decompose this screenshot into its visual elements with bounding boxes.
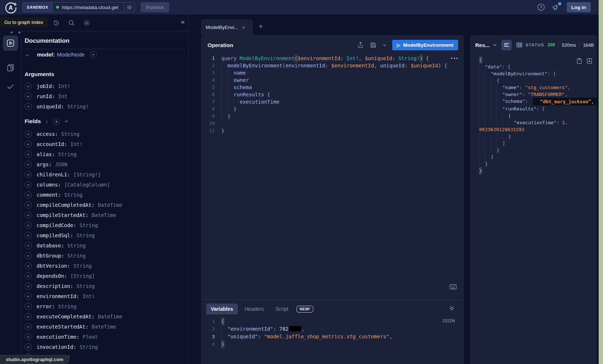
code-line[interactable]: 4} bbox=[201, 340, 464, 348]
variables-tab[interactable]: Variables bbox=[206, 304, 238, 314]
announcements-button[interactable] bbox=[552, 4, 560, 11]
code-line[interactable]: "executionTime": 1. bbox=[479, 119, 597, 126]
code-line[interactable]: 1query ModelByEnvironment($environmentId… bbox=[201, 55, 464, 62]
field-type[interactable]: String bbox=[67, 243, 86, 248]
response-json[interactable]: {"data": {"modelByEnvironment": [{"name"… bbox=[470, 54, 597, 174]
field-type[interactable]: String bbox=[76, 283, 95, 289]
field-row[interactable]: executeStartedAt: DateTime bbox=[25, 322, 188, 332]
field-type[interactable]: DateTime bbox=[92, 212, 116, 218]
add-argument-icon[interactable] bbox=[25, 83, 32, 90]
code-line[interactable]: "runResults": [ bbox=[479, 105, 597, 112]
endpoint-settings-button[interactable] bbox=[124, 3, 135, 12]
run-operation-button[interactable]: ModelByEnvironment bbox=[392, 40, 458, 50]
login-button[interactable]: Log in bbox=[567, 2, 591, 12]
code-line[interactable]: "data": { bbox=[479, 63, 597, 70]
add-field-icon[interactable] bbox=[25, 171, 32, 178]
code-line[interactable]: ] bbox=[479, 154, 597, 160]
field-type[interactable]: [CatalogColumn] bbox=[64, 182, 110, 188]
code-line[interactable]: 3name bbox=[201, 69, 464, 76]
add-field-icon[interactable] bbox=[25, 191, 32, 198]
save-icon[interactable] bbox=[370, 42, 376, 48]
field-type[interactable]: String bbox=[61, 131, 80, 137]
add-field-icon[interactable] bbox=[25, 181, 32, 188]
add-field-icon[interactable] bbox=[25, 272, 32, 280]
variables-tab[interactable]: Script bbox=[271, 304, 293, 314]
field-type[interactable]: String bbox=[80, 222, 98, 228]
code-line[interactable]: } bbox=[479, 133, 597, 140]
add-field-icon[interactable] bbox=[25, 262, 32, 269]
code-line[interactable]: 7executionTime bbox=[201, 98, 464, 105]
collapse-panel-icon[interactable] bbox=[181, 18, 185, 26]
add-field-icon[interactable] bbox=[25, 323, 32, 330]
type-name-link[interactable]: ModelNode bbox=[57, 51, 85, 58]
copy-icon[interactable] bbox=[577, 58, 582, 64]
field-row[interactable]: alias: String bbox=[25, 149, 188, 159]
add-field-icon[interactable] bbox=[25, 333, 32, 340]
back-arrow-icon[interactable] bbox=[25, 51, 32, 58]
code-line[interactable]: 10 bbox=[201, 120, 464, 127]
field-type[interactable]: Int! bbox=[70, 141, 83, 147]
field-row[interactable]: access: String bbox=[25, 129, 188, 139]
field-row[interactable]: dbtGroup: String bbox=[25, 251, 188, 261]
field-type[interactable]: String bbox=[67, 253, 86, 259]
keyboard-shortcuts-icon[interactable] bbox=[449, 284, 457, 289]
code-line[interactable]: 11} bbox=[201, 127, 464, 134]
field-type[interactable]: DateTime bbox=[92, 324, 116, 330]
share-icon[interactable] bbox=[357, 42, 364, 48]
add-field-icon[interactable] bbox=[25, 130, 32, 138]
field-row[interactable]: comment: String bbox=[25, 190, 188, 200]
add-all-fields-icon[interactable] bbox=[53, 118, 60, 125]
field-row[interactable]: args: JSON bbox=[25, 159, 188, 170]
search-icon[interactable] bbox=[68, 20, 75, 26]
code-line[interactable]: } bbox=[479, 147, 597, 154]
field-type[interactable]: JSON bbox=[55, 162, 67, 167]
argument-row[interactable]: jobId: Int! bbox=[25, 81, 188, 91]
field-type[interactable]: [String] bbox=[70, 273, 95, 279]
help-button[interactable]: ? bbox=[537, 3, 545, 11]
code-line[interactable]: "name": "stg_customers", bbox=[479, 84, 597, 91]
field-type[interactable]: String bbox=[58, 304, 77, 309]
history-icon[interactable] bbox=[53, 20, 60, 26]
code-line[interactable]: { bbox=[479, 77, 597, 84]
add-field-icon[interactable] bbox=[25, 303, 32, 310]
code-line[interactable]: 8} bbox=[201, 105, 464, 113]
add-field-icon[interactable] bbox=[25, 232, 32, 239]
field-row[interactable]: compiledSql: String bbox=[25, 230, 188, 240]
add-field-icon[interactable] bbox=[25, 293, 32, 300]
code-line[interactable]: "modelByEnvironment": [ bbox=[479, 70, 597, 77]
argument-type[interactable]: Int bbox=[58, 93, 67, 99]
code-line[interactable]: 1{ bbox=[201, 318, 464, 325]
add-field-icon[interactable] bbox=[25, 313, 32, 320]
code-line[interactable]: { bbox=[479, 112, 597, 119]
sidebar-item-explorer[interactable] bbox=[3, 35, 18, 51]
argument-type[interactable]: String! bbox=[67, 104, 89, 109]
code-line[interactable]: 3"uniqueId": "model.jaffle_shop_metrics.… bbox=[201, 333, 464, 340]
close-tab-icon[interactable] bbox=[242, 24, 245, 30]
add-type-icon[interactable] bbox=[90, 51, 97, 58]
add-field-icon[interactable] bbox=[25, 252, 32, 259]
field-row[interactable]: compileCompletedAt: DateTime bbox=[25, 200, 188, 210]
field-row[interactable]: invocationId: String bbox=[25, 342, 188, 352]
code-line[interactable]: 9} bbox=[201, 113, 464, 120]
sort-down-icon[interactable] bbox=[46, 118, 49, 125]
endpoint-bar[interactable]: SANDBOX https://metadata.cloud.get bbox=[22, 2, 135, 12]
operation-editor[interactable]: 1query ModelByEnvironment($environmentId… bbox=[201, 55, 464, 134]
code-line[interactable]: "owner": "TRANSFORMER", bbox=[479, 91, 597, 98]
code-line[interactable]: ] bbox=[479, 140, 597, 147]
add-field-icon[interactable] bbox=[25, 242, 32, 249]
operation-menu-button[interactable] bbox=[451, 58, 458, 59]
field-type[interactable]: String bbox=[80, 344, 98, 350]
argument-type[interactable]: Int! bbox=[58, 83, 71, 89]
code-line[interactable]: 2"environmentId": 782, bbox=[201, 325, 464, 333]
argument-row[interactable]: uniqueId: String! bbox=[25, 101, 188, 112]
sidebar-item-checks[interactable] bbox=[3, 79, 18, 94]
add-argument-icon[interactable] bbox=[25, 103, 32, 110]
publish-button[interactable]: Publish bbox=[141, 2, 169, 12]
add-field-icon[interactable] bbox=[25, 343, 32, 351]
field-row[interactable]: error: String bbox=[25, 301, 188, 311]
field-row[interactable]: environmentId: Int! bbox=[25, 291, 188, 301]
code-line[interactable]: 6runResults { bbox=[201, 91, 464, 98]
add-field-icon[interactable] bbox=[25, 222, 32, 229]
json-view-toggle[interactable] bbox=[501, 40, 512, 50]
settings-gear-icon[interactable] bbox=[83, 20, 90, 26]
